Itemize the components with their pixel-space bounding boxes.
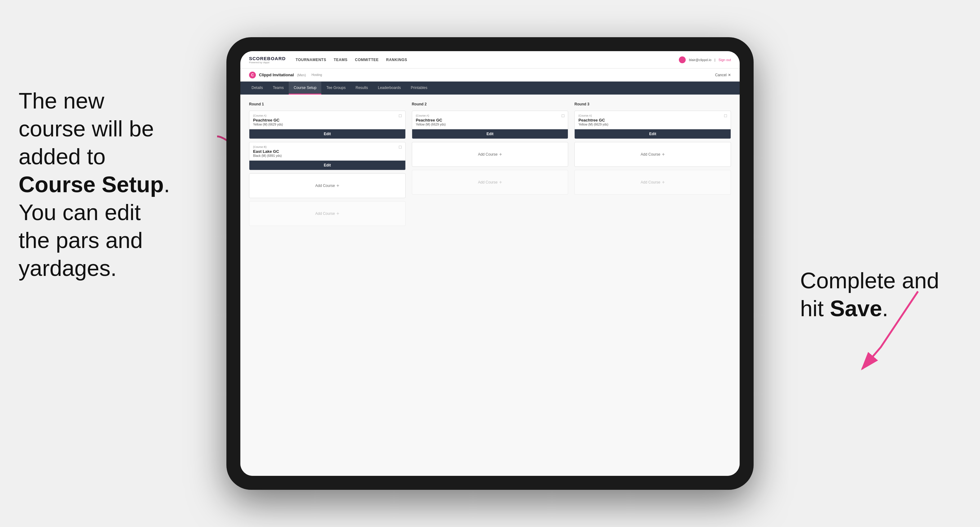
rounds-grid: Round 1 ☐ (Course A) Peachtree GC Yellow… [249, 102, 731, 226]
round-3-column: Round 3 ☐ (Course A) Peachtree GC Yellow… [574, 102, 731, 226]
tab-course-setup[interactable]: Course Setup [289, 81, 321, 95]
round-3-course-a-delete-icon[interactable]: ☐ [723, 113, 728, 118]
round-1-course-b-delete-icon[interactable]: ☐ [398, 145, 403, 150]
round-3-course-a-edit-button[interactable]: Edit [575, 129, 731, 138]
round-2-course-a-edit-button[interactable]: Edit [412, 129, 568, 138]
round-1-course-a-delete-icon[interactable]: ☐ [398, 113, 403, 118]
hosting-badge: Hosting [311, 73, 322, 76]
round-2-column: Round 2 ☐ (Course A) Peachtree GC Yellow… [412, 102, 568, 226]
nav-tournaments[interactable]: TOURNAMENTS [296, 56, 326, 63]
round-1-course-b-label: (Course B) [253, 145, 402, 149]
sign-out-link[interactable]: Sign out [719, 58, 731, 62]
round-1-course-b-tee: Black (M) (6891 yds) [253, 154, 402, 157]
tab-printables[interactable]: Printables [406, 81, 432, 95]
tournament-gender: (Men) [297, 73, 306, 77]
round-1-course-b-name: East Lake GC [253, 149, 402, 154]
tab-bar: Details Teams Course Setup Tee Groups Re… [240, 81, 740, 95]
tab-details[interactable]: Details [247, 81, 268, 95]
round-1-course-b-edit-button[interactable]: Edit [249, 160, 405, 170]
round-1-course-a-name: Peachtree GC [253, 118, 402, 122]
round-1-course-a-tee: Yellow (M) (6629 yds) [253, 123, 402, 126]
sub-header-left: C Clippd Invitational (Men) Hosting [249, 71, 322, 78]
round-3-course-a-label: (Course A) [578, 114, 727, 117]
nav-right: blair@clippd.io | Sign out [679, 56, 731, 63]
round-2-label: Round 2 [412, 102, 568, 106]
round-3-add-course-disabled: Add Course + [574, 170, 731, 195]
user-email: blair@clippd.io [689, 58, 711, 62]
nav-links: TOURNAMENTS TEAMS COMMITTEE RANKINGS [296, 56, 679, 63]
round-1-column: Round 1 ☐ (Course A) Peachtree GC Yellow… [249, 102, 406, 226]
round-2-course-a-name: Peachtree GC [416, 118, 565, 122]
round-2-add-course-disabled: Add Course + [412, 170, 568, 195]
top-nav: SCOREBOARD Powered by clippd TOURNAMENTS… [240, 51, 740, 68]
round-1-add-course-button[interactable]: Add Course + [249, 173, 406, 198]
round-2-course-a-delete-icon[interactable]: ☐ [560, 113, 565, 118]
round-2-course-a-tee: Yellow (M) (6629 yds) [416, 123, 565, 126]
sub-header: C Clippd Invitational (Men) Hosting Canc… [240, 68, 740, 81]
user-avatar [679, 56, 686, 63]
tablet-frame: SCOREBOARD Powered by clippd TOURNAMENTS… [226, 37, 754, 490]
tab-results[interactable]: Results [350, 81, 373, 95]
nav-committee[interactable]: COMMITTEE [355, 56, 379, 63]
nav-teams[interactable]: TEAMS [334, 56, 348, 63]
logo-title: SCOREBOARD [249, 56, 286, 61]
cancel-button[interactable]: Cancel ✕ [715, 73, 731, 77]
nav-rankings[interactable]: RANKINGS [386, 56, 407, 63]
tab-leaderboards[interactable]: Leaderboards [373, 81, 406, 95]
round-1-course-a-edit-button[interactable]: Edit [249, 129, 405, 138]
round-2-add-course-button[interactable]: Add Course + [412, 142, 568, 167]
left-annotation: The new course will be added to Course S… [19, 87, 199, 282]
clippd-logo: C [249, 71, 256, 78]
logo-subtitle: Powered by clippd [249, 61, 286, 64]
right-annotation: Complete and hit Save. [800, 267, 961, 322]
round-1-course-b-card: ☐ (Course B) East Lake GC Black (M) (689… [249, 142, 406, 170]
round-1-label: Round 1 [249, 102, 406, 106]
round-3-course-a-tee: Yellow (M) (6629 yds) [578, 123, 727, 126]
round-3-add-course-button[interactable]: Add Course + [574, 142, 731, 167]
round-1-course-a-label: (Course A) [253, 114, 402, 117]
round-2-course-a-card: ☐ (Course A) Peachtree GC Yellow (M) (66… [412, 111, 568, 139]
main-content: Round 1 ☐ (Course A) Peachtree GC Yellow… [240, 95, 740, 476]
round-1-course-a-card: ☐ (Course A) Peachtree GC Yellow (M) (66… [249, 111, 406, 139]
round-3-course-a-name: Peachtree GC [578, 118, 727, 122]
round-2-course-a-label: (Course A) [416, 114, 565, 117]
scoreboard-logo: SCOREBOARD Powered by clippd [249, 56, 286, 64]
round-3-label: Round 3 [574, 102, 731, 106]
tablet-screen: SCOREBOARD Powered by clippd TOURNAMENTS… [240, 51, 740, 476]
round-3-course-a-card: ☐ (Course A) Peachtree GC Yellow (M) (66… [574, 111, 731, 139]
tab-tee-groups[interactable]: Tee Groups [321, 81, 350, 95]
round-1-add-course-disabled: Add Course + [249, 201, 406, 226]
tab-teams[interactable]: Teams [268, 81, 289, 95]
tournament-name: Clippd Invitational [259, 73, 294, 77]
